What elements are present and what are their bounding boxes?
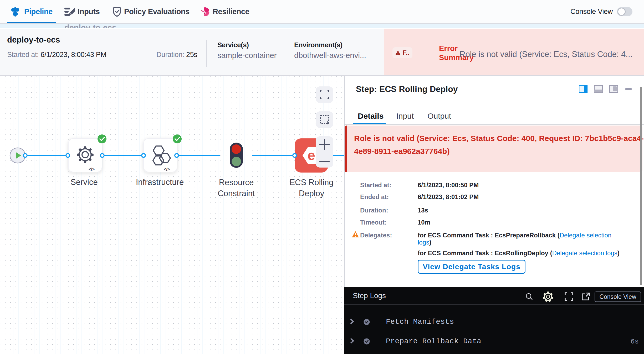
svg-text:e: e — [308, 148, 315, 163]
svg-text:</>: </> — [164, 167, 170, 171]
svg-text:</>: </> — [89, 167, 95, 171]
